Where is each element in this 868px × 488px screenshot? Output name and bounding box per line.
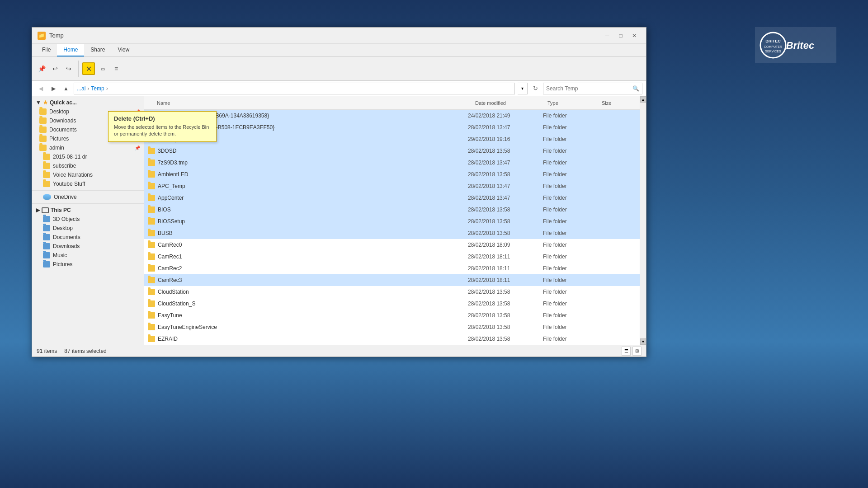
table-row[interactable]: {EA9A39BF-297E-4EA3-B508-1ECB9EA3EF50} 2…	[144, 122, 640, 133]
file-date: 28/02/2018 18:09	[468, 242, 540, 248]
sidebar-item-youtube-stuff[interactable]: Youtube Stuff	[32, 179, 144, 188]
file-type: File folder	[543, 230, 597, 236]
chevron-icon: ▶	[36, 207, 40, 213]
search-icon[interactable]: 🔍	[632, 85, 639, 92]
sidebar-item-2015[interactable]: 2015-08-11 dr	[32, 152, 144, 161]
file-date: 28/02/2018 13:58	[468, 230, 540, 236]
file-type: File folder	[543, 312, 597, 319]
layout-button[interactable]: ≡	[110, 63, 122, 75]
sidebar-item-voice-narrations[interactable]: Voice Narrations	[32, 170, 144, 179]
table-row[interactable]: 7zS9D3.tmp 28/02/2018 13:47 File folder	[144, 157, 640, 169]
table-row[interactable]: CamRec2 28/02/2018 18:11 File folder	[144, 263, 640, 274]
sidebar-item-desktop[interactable]: Desktop	[32, 224, 144, 233]
table-row[interactable]: EZRAID 28/02/2018 13:58 File folder	[144, 333, 640, 345]
file-name: CamRec0	[158, 242, 465, 248]
sidebar-item-onedrive[interactable]: OneDrive	[32, 192, 144, 202]
breadcrumb-temp[interactable]: Temp	[91, 85, 104, 92]
onedrive-icon	[43, 194, 51, 200]
table-row[interactable]: EasyTune 28/02/2018 13:58 File folder	[144, 310, 640, 321]
sidebar-item-subscribe[interactable]: subscribe	[32, 161, 144, 170]
maximize-button[interactable]: □	[614, 30, 627, 41]
scroll-up-btn[interactable]: ▲	[640, 96, 646, 103]
file-date: 28/02/2018 13:58	[468, 206, 540, 213]
table-row[interactable]: CamRec0 28/02/2018 18:09 File folder	[144, 239, 640, 251]
sidebar-item-3dobjects[interactable]: 3D Objects	[32, 215, 144, 224]
col-header-size[interactable]: Size	[600, 99, 636, 107]
this-pc-header[interactable]: ▶ This PC	[32, 206, 144, 215]
scrollbar[interactable]: ▲ ▼	[640, 96, 646, 345]
undo-button[interactable]: ↩	[49, 63, 61, 75]
file-date: 28/02/2018 13:47	[468, 124, 540, 131]
table-row[interactable]: BUSB 28/02/2018 13:58 File folder	[144, 227, 640, 239]
file-name: EasyTuneEngineService	[158, 324, 465, 330]
table-row[interactable]: CloudStation_S 28/02/2018 13:58 File fol…	[144, 298, 640, 310]
svg-text:SERVICES: SERVICES	[765, 50, 781, 53]
table-row[interactable]: 3DOSD 28/02/2018 13:58 File folder	[144, 145, 640, 157]
scroll-down-btn[interactable]: ▼	[640, 338, 646, 345]
sidebar-item-label: 3D Objects	[53, 216, 80, 222]
file-name: EasyTune	[158, 312, 465, 319]
file-list: {1565545D-5000-43EE-B69A-134A33619358} 2…	[144, 110, 640, 345]
search-box[interactable]: 🔍	[543, 83, 642, 94]
minimize-button[interactable]: ─	[601, 30, 613, 41]
sidebar-item-downloads[interactable]: Downloads	[32, 242, 144, 251]
breadcrumb-dropdown[interactable]: ▾	[518, 83, 528, 94]
sidebar-divider2	[32, 203, 144, 204]
quick-access-header[interactable]: ▼ ★ Quick ac...	[32, 98, 144, 107]
file-type: File folder	[543, 183, 597, 189]
table-row[interactable]: AppCenter 28/02/2018 13:47 File folder	[144, 192, 640, 204]
breadcrumb-local[interactable]: ...al	[77, 85, 85, 92]
table-row[interactable]: BIOSSetup 28/02/2018 13:58 File folder	[144, 216, 640, 227]
table-row[interactable]: ~Library 3.0 29/02/2018 19:16 File folde…	[144, 133, 640, 145]
table-row[interactable]: CloudStation 28/02/2018 13:58 File folde…	[144, 286, 640, 298]
pin-button[interactable]: 📌	[36, 63, 47, 75]
table-row[interactable]: BIOS 28/02/2018 13:58 File folder	[144, 204, 640, 216]
explorer-window: 📁 Temp ─ □ ✕ File Home Share View 📌 ↩ ↪ …	[32, 27, 646, 357]
details-view-button[interactable]: ☰	[622, 347, 631, 356]
table-row[interactable]: EasyTuneEngineService 28/02/2018 13:58 F…	[144, 321, 640, 333]
forward-button[interactable]: ▶	[48, 84, 58, 94]
large-icons-view-button[interactable]: ⊞	[632, 347, 642, 356]
col-header-type[interactable]: Type	[546, 99, 600, 107]
file-name: CamRec2	[158, 265, 465, 272]
breadcrumb[interactable]: ...al › Temp ›	[74, 83, 515, 94]
file-name: CloudStation	[158, 289, 465, 295]
title-controls: ─ □ ✕	[601, 30, 641, 41]
sidebar-item-documents[interactable]: Documents	[32, 233, 144, 242]
delete-tooltip: Delete (Ctrl+D) Move the selected items …	[108, 111, 217, 142]
up-button[interactable]: ▲	[61, 84, 71, 94]
close-button[interactable]: ✕	[628, 30, 641, 41]
tab-view[interactable]: View	[111, 44, 136, 56]
col-header-name[interactable]: Name	[155, 99, 473, 107]
tab-file[interactable]: File	[36, 44, 57, 56]
folder-icon	[43, 243, 50, 249]
ribbon-content: 📌 ↩ ↪ ✕ ▭ ≡ Delete (Ctrl+D) Move the sel…	[32, 57, 646, 80]
sidebar-item-admin[interactable]: admin 📌	[32, 143, 144, 152]
file-list-header: Name Date modified Type Size	[144, 96, 640, 110]
sidebar-item-pictures[interactable]: Pictures	[32, 260, 144, 269]
refresh-button[interactable]: ↻	[530, 84, 540, 94]
tab-share[interactable]: Share	[84, 44, 111, 56]
redo-button[interactable]: ↪	[63, 63, 75, 75]
table-row[interactable]: CamRec3 28/02/2018 18:11 File folder	[144, 274, 640, 286]
table-row[interactable]: CamRec1 28/02/2018 18:11 File folder	[144, 251, 640, 263]
folder-icon	[148, 242, 155, 248]
file-name: BIOSSetup	[158, 218, 465, 225]
table-row[interactable]: APC_Temp 28/02/2018 13:47 File folder	[144, 180, 640, 192]
back-button[interactable]: ◀	[36, 84, 46, 94]
sidebar-divider1	[32, 190, 144, 191]
col-header-date[interactable]: Date modified	[473, 99, 546, 107]
sidebar-item-music[interactable]: Music	[32, 251, 144, 260]
delete-button[interactable]: ✕	[82, 62, 95, 75]
search-input[interactable]	[546, 85, 631, 92]
tab-home[interactable]: Home	[57, 44, 84, 56]
sidebar-item-label: Youtube Stuff	[53, 181, 85, 187]
table-row[interactable]: AmbientLED 28/02/2018 13:58 File folder	[144, 169, 640, 180]
folder-icon	[39, 108, 47, 115]
sidebar-item-label: Pictures	[53, 261, 72, 267]
move-to-button[interactable]: ▭	[97, 63, 108, 75]
sidebar-item-label: OneDrive	[54, 194, 77, 200]
file-type: File folder	[543, 242, 597, 248]
table-row[interactable]: {1565545D-5000-43EE-B69A-134A33619358} 2…	[144, 110, 640, 122]
file-type: File folder	[543, 113, 597, 119]
